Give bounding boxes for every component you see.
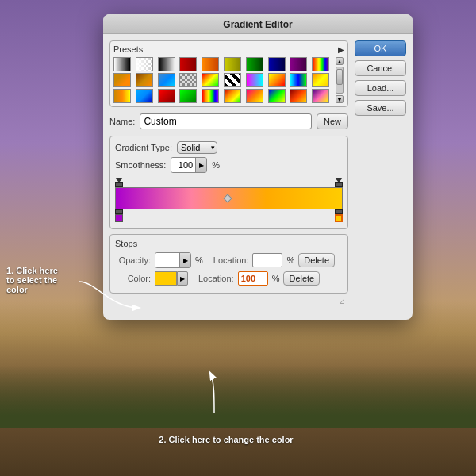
opacity-stop-left[interactable] <box>115 178 123 187</box>
bottom-stops <box>115 209 343 221</box>
load-button[interactable]: Load... <box>355 80 406 96</box>
opacity-input-wrap[interactable]: ▶ <box>155 252 191 268</box>
gradient-type-select-wrap[interactable]: Solid Noise <box>177 141 217 154</box>
name-input[interactable] <box>140 113 312 129</box>
preset-24[interactable] <box>179 89 197 103</box>
preset-28[interactable] <box>268 89 286 103</box>
opacity-location-input[interactable] <box>252 253 282 267</box>
gradient-editor-dialog: Gradient Editor Presets ▶ <box>103 14 413 320</box>
dialog-title: Gradient Editor <box>223 19 292 30</box>
color-delete-button[interactable]: Delete <box>283 271 320 286</box>
preset-5[interactable] <box>202 57 219 71</box>
preset-1[interactable] <box>113 57 131 71</box>
preset-13[interactable] <box>158 73 175 87</box>
cancel-button[interactable]: Cancel <box>355 60 406 76</box>
presets-group: Presets ▶ <box>109 40 348 107</box>
name-label: Name: <box>109 117 135 126</box>
presets-scrollbar[interactable]: ▲ ▼ <box>335 57 344 103</box>
preset-2[interactable] <box>136 57 153 71</box>
color-location-label: Location: <box>198 274 234 283</box>
preset-12[interactable] <box>136 73 153 87</box>
opacity-stop-right[interactable] <box>335 178 343 187</box>
scroll-up-arrow[interactable]: ▲ <box>336 57 344 65</box>
gradient-bar[interactable] <box>115 187 343 209</box>
color-location-unit: % <box>272 274 280 283</box>
annotation-2: 2. Click here to change the color <box>147 435 305 444</box>
annotation-2-text: 2. Click here to change the color <box>159 435 293 444</box>
gradient-type-label: Gradient Type: <box>115 143 172 152</box>
smoothness-input[interactable] <box>171 158 195 172</box>
preset-29[interactable] <box>290 89 307 103</box>
opacity-arrow[interactable]: ▶ <box>179 253 190 267</box>
smoothness-label: Smoothness: <box>115 160 166 170</box>
stops-section: Stops Opacity: ▶ % Location: % Delete <box>109 234 348 294</box>
preset-4[interactable] <box>179 57 197 71</box>
save-button[interactable]: Save... <box>355 100 406 116</box>
new-button[interactable]: New <box>317 113 348 129</box>
stops-title: Stops <box>115 239 343 248</box>
preset-7[interactable] <box>246 57 263 71</box>
preset-19[interactable] <box>290 73 307 87</box>
opacity-location-unit: % <box>286 255 294 265</box>
preset-26[interactable] <box>224 89 241 103</box>
color-stop-right[interactable] <box>335 209 343 222</box>
preset-27[interactable] <box>246 89 263 103</box>
color-label: Color: <box>115 274 151 283</box>
opacity-location-label: Location: <box>213 255 249 265</box>
preset-30[interactable] <box>312 89 329 103</box>
color-stop-left-color <box>115 214 123 222</box>
top-stops <box>115 178 343 187</box>
ok-button[interactable]: OK <box>355 40 406 56</box>
preset-21[interactable] <box>113 89 131 103</box>
preset-10[interactable] <box>312 57 329 71</box>
presets-grid <box>113 57 332 103</box>
presets-label: Presets ▶ <box>113 44 344 54</box>
preset-25[interactable] <box>202 89 219 103</box>
dialog-titlebar: Gradient Editor <box>103 14 413 34</box>
color-swatch-wrap[interactable]: ▶ <box>155 271 188 286</box>
smoothness-input-wrap[interactable]: ▶ <box>171 157 207 173</box>
preset-20[interactable] <box>312 73 329 87</box>
smoothness-arrow[interactable]: ▶ <box>195 158 206 172</box>
opacity-unit: % <box>195 255 203 265</box>
opacity-delete-button[interactable]: Delete <box>298 253 335 267</box>
preset-6[interactable] <box>224 57 241 71</box>
preset-9[interactable] <box>290 57 307 71</box>
color-stop-left[interactable] <box>115 209 123 222</box>
smoothness-unit: % <box>212 160 220 170</box>
annotation-1: 1. Click hereto select thecolor <box>6 266 78 294</box>
right-buttons: OK Cancel Load... Save... <box>355 40 406 305</box>
color-arrow-btn[interactable]: ▶ <box>177 271 188 286</box>
preset-8[interactable] <box>268 57 286 71</box>
preset-17[interactable] <box>246 73 263 87</box>
color-stop-right-color <box>335 214 343 222</box>
midpoint-diamond[interactable] <box>223 194 232 202</box>
color-location-input[interactable] <box>238 271 268 286</box>
gradient-type-row: Gradient Type: Solid Noise <box>115 141 343 154</box>
presets-title: Presets <box>113 44 143 54</box>
opacity-input[interactable] <box>155 253 179 267</box>
color-stops-row: Color: ▶ Location: % Delete <box>115 271 343 286</box>
presets-grid-wrap: ▲ ▼ <box>113 57 344 103</box>
opacity-label: Opacity: <box>115 255 151 265</box>
annotation-1-text: 1. Click hereto select thecolor <box>6 266 58 294</box>
color-swatch[interactable] <box>155 271 177 286</box>
preset-15[interactable] <box>202 73 219 87</box>
scrollbar-track[interactable] <box>336 67 344 94</box>
gradient-type-select[interactable]: Solid Noise <box>177 141 217 154</box>
presets-play-icon[interactable]: ▶ <box>338 45 344 54</box>
scrollbar-thumb[interactable] <box>336 69 343 85</box>
gradient-section: Gradient Type: Solid Noise Smoothness: ▶ <box>109 136 348 229</box>
smoothness-row: Smoothness: ▶ % <box>115 157 343 173</box>
resize-handle[interactable]: ⊿ <box>109 297 348 305</box>
preset-11[interactable] <box>113 73 131 87</box>
left-panel: Presets ▶ <box>109 40 348 305</box>
preset-22[interactable] <box>136 89 153 103</box>
preset-16[interactable] <box>224 73 241 87</box>
preset-23[interactable] <box>158 89 175 103</box>
preset-18[interactable] <box>268 73 286 87</box>
preset-14[interactable] <box>179 73 197 87</box>
preset-3[interactable] <box>158 57 175 71</box>
scroll-down-arrow[interactable]: ▼ <box>336 95 344 103</box>
bg-trees <box>0 365 476 428</box>
